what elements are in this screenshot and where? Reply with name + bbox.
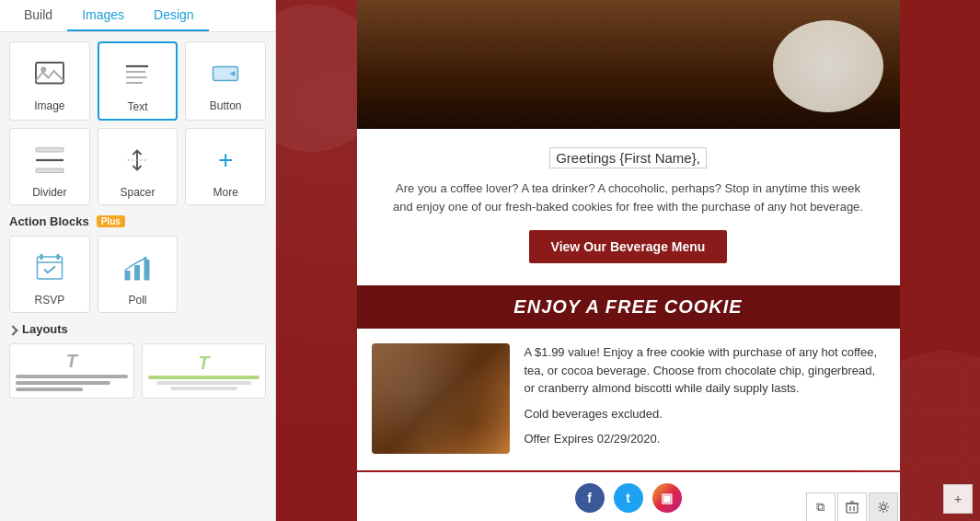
offer-text-2: Cold beverages excluded.: [525, 405, 885, 423]
tab-build[interactable]: Build: [9, 0, 67, 31]
svg-rect-0: [36, 63, 63, 84]
svg-point-21: [144, 257, 148, 260]
email-offer-section: A $1.99 value! Enjoy a free cookie with …: [357, 329, 900, 470]
float-add-button[interactable]: +: [943, 484, 973, 514]
block-divider[interactable]: Divider: [9, 128, 90, 205]
email-banner: ENJOY A FREE COOKIE: [357, 285, 900, 329]
more-icon: +: [203, 138, 248, 182]
svg-point-1: [40, 67, 46, 73]
cookie-image: [372, 343, 510, 454]
spacer-icon: [115, 138, 159, 182]
layouts-label: Layouts: [22, 322, 68, 336]
offer-text-1: A $1.99 value! Enjoy a free cookie with …: [525, 343, 885, 398]
svg-rect-15: [40, 254, 42, 260]
block-poll[interactable]: Poll: [98, 236, 179, 313]
top-tabs: Build Images Design: [0, 0, 275, 32]
text-icon: [115, 52, 159, 97]
svg-rect-13: [37, 257, 62, 279]
email-hero-image: [357, 0, 900, 129]
copy-button[interactable]: ⧉: [806, 492, 836, 522]
block-button-label: Button: [210, 99, 242, 112]
block-image[interactable]: Image: [9, 41, 90, 121]
block-text-label: Text: [127, 100, 147, 113]
block-divider-label: Divider: [32, 186, 66, 199]
email-cta-button[interactable]: View Our Beverage Menu: [529, 230, 728, 263]
block-spacer-label: Spacer: [120, 186, 155, 199]
rsvp-icon: [28, 246, 72, 290]
tab-images[interactable]: Images: [67, 0, 139, 31]
layouts-chevron-icon: [7, 325, 17, 335]
email-body: Greetings {First Name}, Are you a coffee…: [357, 129, 900, 285]
svg-rect-18: [134, 265, 140, 281]
block-button[interactable]: Button: [185, 41, 266, 121]
settings-button[interactable]: [869, 492, 898, 522]
action-blocks-label: Action Blocks: [9, 214, 89, 228]
email-footer: f t ▣ ⧉: [357, 472, 900, 522]
blocks-grid: Image Text: [9, 41, 266, 205]
svg-point-27: [881, 504, 885, 509]
layout-highlight-preview: T: [148, 353, 260, 390]
action-blocks-grid: RSVP Poll: [9, 236, 266, 313]
twitter-icon[interactable]: t: [614, 483, 643, 513]
right-area: Greetings {First Name}, Are you a coffee…: [276, 0, 980, 521]
svg-rect-22: [847, 504, 858, 513]
email-greeting: Greetings {First Name},: [549, 147, 707, 168]
layouts-grid: T T: [9, 343, 266, 399]
delete-button[interactable]: [837, 492, 867, 522]
panel-content: Image Text: [0, 32, 275, 521]
image-icon: [28, 52, 72, 96]
action-blocks-header: Action Blocks Plus: [9, 214, 266, 228]
layouts-header: Layouts: [9, 322, 266, 336]
block-poll-label: Poll: [128, 294, 146, 307]
tab-design[interactable]: Design: [139, 0, 209, 31]
left-panel: Build Images Design Image: [0, 0, 276, 521]
email-body-text: Are you a coffee lover? A tea drinker? A…: [385, 179, 872, 215]
block-more-label: More: [213, 186, 237, 199]
offer-text-3: Offer Expires 02/29/2020.: [525, 430, 885, 448]
block-more[interactable]: + More: [185, 128, 266, 205]
block-text[interactable]: Text: [98, 41, 179, 121]
svg-rect-8: [36, 148, 63, 153]
svg-rect-17: [125, 271, 131, 281]
block-rsvp-label: RSVP: [34, 294, 64, 307]
block-image-label: Image: [34, 99, 64, 112]
offer-text: A $1.99 value! Enjoy a free cookie with …: [525, 343, 885, 456]
svg-rect-19: [144, 260, 150, 281]
button-icon: [203, 52, 248, 96]
facebook-icon[interactable]: f: [575, 483, 605, 513]
layout-1col[interactable]: T: [9, 343, 134, 399]
layout-highlight[interactable]: T: [142, 343, 267, 399]
footer-actions: ⧉: [806, 492, 898, 522]
block-rsvp[interactable]: RSVP: [9, 236, 90, 313]
instagram-icon[interactable]: ▣: [652, 483, 682, 513]
float-toolbar: +: [943, 484, 973, 514]
svg-rect-16: [56, 254, 59, 260]
divider-icon: [28, 138, 72, 182]
plus-badge: Plus: [97, 215, 125, 227]
layout-1col-preview: T: [16, 351, 128, 391]
email-canvas: Greetings {First Name}, Are you a coffee…: [357, 0, 900, 521]
svg-rect-10: [36, 168, 63, 173]
poll-icon: [115, 246, 159, 290]
block-spacer[interactable]: Spacer: [98, 128, 179, 205]
